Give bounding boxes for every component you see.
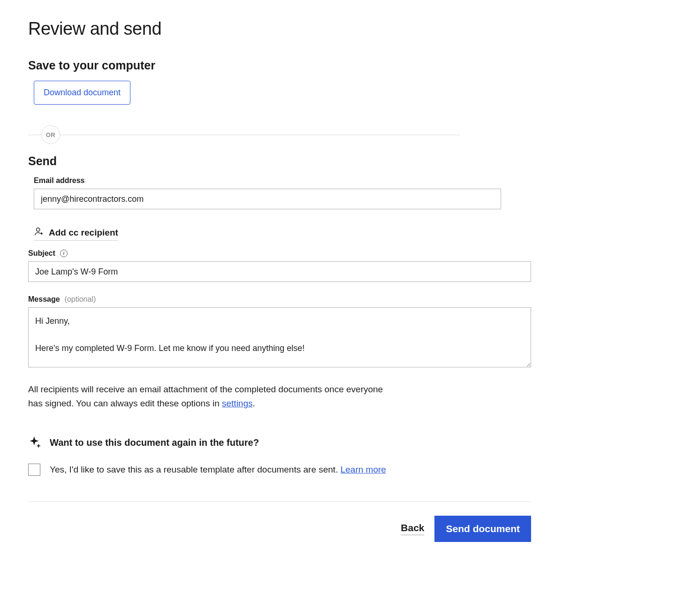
add-cc-label: Add cc recipient (49, 228, 118, 238)
message-label: Message (28, 295, 60, 304)
back-button[interactable]: Back (401, 522, 424, 535)
save-section-heading: Save to your computer (28, 59, 544, 72)
sparkle-icon (28, 435, 41, 450)
or-divider: OR (28, 125, 460, 144)
settings-link[interactable]: settings (222, 398, 252, 408)
download-document-button[interactable]: Download document (34, 81, 130, 105)
subject-input[interactable] (28, 261, 531, 282)
save-template-label: Yes, I'd like to save this as a reusable… (50, 465, 386, 475)
email-input[interactable] (34, 189, 501, 209)
message-optional-label: (optional) (65, 295, 96, 304)
info-icon[interactable]: i (60, 250, 68, 257)
or-label: OR (41, 125, 60, 144)
email-label: Email address (34, 176, 501, 185)
recipients-info-text: All recipients will receive an email att… (28, 382, 394, 411)
add-cc-recipient-button[interactable]: Add cc recipient (34, 226, 118, 241)
svg-point-0 (37, 228, 40, 231)
send-document-button[interactable]: Send document (434, 516, 531, 542)
add-person-icon (34, 226, 44, 239)
subject-label: Subject (28, 249, 55, 258)
learn-more-link[interactable]: Learn more (341, 465, 386, 474)
footer-divider (28, 501, 531, 502)
message-textarea[interactable] (28, 307, 531, 367)
reuse-heading: Want to use this document again in the f… (50, 437, 259, 448)
send-section-heading: Send (28, 154, 544, 168)
save-template-checkbox[interactable] (28, 464, 40, 476)
page-title: Review and send (28, 19, 544, 39)
